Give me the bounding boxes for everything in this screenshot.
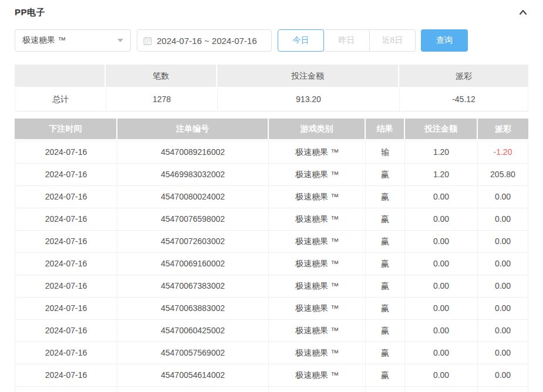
table-cell: 极速糖果 ™ — [269, 231, 366, 253]
table-cell: 0.00 — [405, 275, 478, 298]
search-button[interactable]: 查询 — [421, 29, 468, 52]
table-cell: 极速糖果 ™ — [269, 186, 366, 208]
summary-bet-amount-value: 913.20 — [217, 88, 399, 111]
table-cell: 45470060425002 — [117, 320, 269, 342]
date-range-value: 2024-07-16 ~ 2024-07-16 — [157, 36, 257, 46]
table-cell: 2024-07-16 — [15, 253, 117, 275]
table-cell: 45470069160002 — [117, 253, 269, 275]
chevron-down-icon — [117, 39, 123, 42]
table-cell: 赢 — [366, 253, 405, 275]
table-cell: 2024-07-16 — [15, 231, 117, 253]
table-cell: 极速糖果 ™ — [269, 253, 366, 275]
table-cell — [366, 387, 405, 392]
table-cell — [269, 387, 366, 392]
table-body: 2024-07-1645470089216002极速糖果 ™输1.20-1.20… — [15, 141, 528, 392]
table-cell: 0.00 — [478, 342, 528, 364]
table-cell: 2024-07-16 — [15, 164, 117, 186]
table-header-cell: 结果 — [366, 119, 405, 141]
table-cell: 2024-07-16 — [15, 275, 117, 298]
quick-filter-last8days[interactable]: 近8日 — [369, 29, 416, 52]
partial-table-row — [15, 387, 528, 392]
table-cell: 赢 — [366, 298, 405, 320]
table-cell: 2024-07-16 — [15, 186, 117, 208]
table-header-cell: 派彩 — [478, 119, 528, 141]
table-row: 2024-07-1645470080024002极速糖果 ™赢0.000.00 — [15, 186, 528, 208]
summary-header-cell: 投注金额 — [217, 65, 399, 88]
table-cell: 极速糖果 ™ — [269, 164, 366, 186]
summary-header-row: 笔数 投注金额 派彩 — [15, 65, 528, 88]
table-cell: 0.00 — [405, 298, 478, 320]
table-cell: 205.80 — [478, 164, 528, 186]
table-row: 2024-07-1645470069160002极速糖果 ™赢0.000.00 — [15, 253, 528, 275]
chevron-up-icon[interactable] — [517, 6, 529, 19]
table-cell: 0.00 — [478, 298, 528, 320]
table-cell: 赢 — [366, 231, 405, 253]
table-cell: 0.00 — [478, 364, 528, 387]
table-cell: 赢 — [366, 364, 405, 387]
table-cell: 0.00 — [405, 253, 478, 275]
date-range-picker[interactable]: 2024-07-16 ~ 2024-07-16 — [137, 29, 272, 52]
table-cell: 2024-07-16 — [15, 364, 117, 387]
calendar-icon — [143, 36, 152, 45]
summary-table: 笔数 投注金额 派彩 总计 1278 913.20 -45.12 — [15, 65, 528, 111]
table-cell: 极速糖果 ™ — [269, 320, 366, 342]
table-cell — [117, 387, 269, 392]
table-cell: 45469983032002 — [117, 164, 269, 186]
summary-header-cell: 笔数 — [106, 65, 217, 88]
table-header-cell: 投注金额 — [405, 119, 478, 141]
table-cell: 赢 — [366, 342, 405, 364]
table-cell: 极速糖果 ™ — [269, 298, 366, 320]
table-cell: 极速糖果 ™ — [269, 364, 366, 387]
table-cell: 1.20 — [405, 141, 478, 164]
table-cell: 0.00 — [478, 275, 528, 298]
table-cell: 输 — [366, 141, 405, 164]
table-cell: 0.00 — [405, 320, 478, 342]
table-header-cell: 下注时间 — [15, 119, 117, 141]
filter-bar: 极速糖果 ™ 2024-07-16 ~ 2024-07-16 — [15, 29, 468, 52]
table-row: 2024-07-1645470072603002极速糖果 ™赢0.000.00 — [15, 231, 528, 253]
table-cell: 45470089216002 — [117, 141, 269, 164]
quick-filter-group: 今日 昨日 近8日 — [278, 29, 416, 52]
table-row: 2024-07-1645470057569002极速糖果 ™赢0.000.00 — [15, 342, 528, 364]
table-cell: 45470072603002 — [117, 231, 269, 253]
table-cell: 45470080024002 — [117, 186, 269, 208]
table-cell: 0.00 — [478, 320, 528, 342]
table-row: 2024-07-1645469983032002极速糖果 ™赢1.20205.8… — [15, 164, 528, 186]
table-cell: 45470054614002 — [117, 364, 269, 387]
table-cell: 2024-07-16 — [15, 208, 117, 231]
table-cell: -1.20 — [478, 141, 528, 164]
table-cell: 45470076598002 — [117, 208, 269, 231]
table-cell: 0.00 — [478, 186, 528, 208]
table-row: 2024-07-1645470060425002极速糖果 ™赢0.000.00 — [15, 320, 528, 342]
table-cell: 0.00 — [405, 186, 478, 208]
table-cell: 0.00 — [478, 253, 528, 275]
table-cell: 2024-07-16 — [15, 342, 117, 364]
table-cell: 0.00 — [405, 208, 478, 231]
table-cell: 赢 — [366, 208, 405, 231]
table-cell — [405, 387, 478, 392]
table-cell: 45470057569002 — [117, 342, 269, 364]
table-cell: 0.00 — [405, 231, 478, 253]
table-cell: 极速糖果 ™ — [269, 342, 366, 364]
quick-filter-yesterday[interactable]: 昨日 — [323, 29, 370, 52]
table-cell: 赢 — [366, 164, 405, 186]
quick-filter-today[interactable]: 今日 — [278, 29, 324, 52]
table-cell: 极速糖果 ™ — [269, 275, 366, 298]
summary-header-cell: 派彩 — [399, 65, 528, 88]
table-row: 2024-07-1645470089216002极速糖果 ™输1.20-1.20 — [15, 141, 528, 164]
table-cell: 0.00 — [405, 364, 478, 387]
table-cell: 赢 — [366, 320, 405, 342]
table-header-cell: 注单编号 — [117, 119, 269, 141]
summary-header-cell — [15, 65, 106, 88]
table-cell: 0.00 — [478, 231, 528, 253]
table-cell: 0.00 — [405, 342, 478, 364]
table-cell: 2024-07-16 — [15, 298, 117, 320]
table-cell — [478, 387, 528, 392]
bet-records-table: 下注时间 注单编号 游戏类别 结果 投注金额 派彩 2024-07-164547… — [15, 119, 528, 392]
game-select[interactable]: 极速糖果 ™ — [15, 29, 131, 52]
panel-header: PP电子 — [15, 5, 529, 20]
table-row: 2024-07-1645470054614002极速糖果 ™赢0.000.00 — [15, 364, 528, 387]
table-cell: 极速糖果 ™ — [269, 208, 366, 231]
table-cell: 45470067383002 — [117, 275, 269, 298]
summary-total-label: 总计 — [15, 88, 106, 111]
